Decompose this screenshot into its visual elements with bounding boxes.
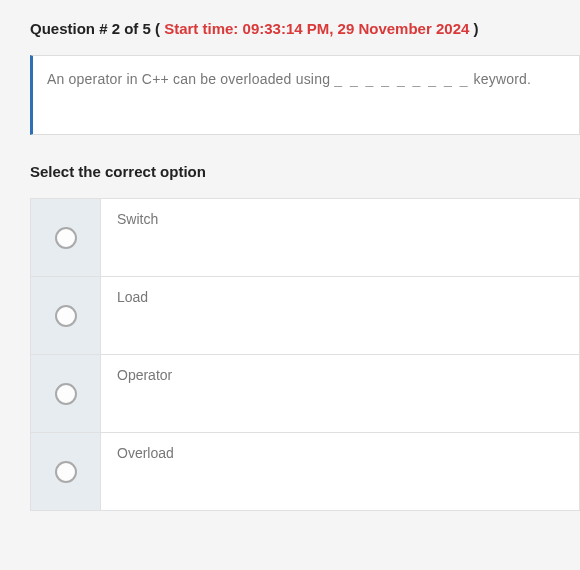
- radio-icon: [55, 227, 77, 249]
- question-box: An operator in C++ can be overloaded usi…: [30, 55, 580, 135]
- question-number: Question # 2 of 5 (: [30, 20, 164, 37]
- radio-icon: [55, 383, 77, 405]
- header-suffix: ): [469, 20, 478, 37]
- radio-cell[interactable]: [31, 199, 101, 276]
- radio-cell[interactable]: [31, 433, 101, 510]
- options-list: Switch Load Operator Overload: [30, 198, 580, 511]
- question-text-before: An operator in C++ can be overloaded usi…: [47, 71, 334, 87]
- question-text-after: keyword.: [469, 71, 531, 87]
- option-label: Overload: [101, 433, 579, 510]
- radio-cell[interactable]: [31, 355, 101, 432]
- radio-icon: [55, 305, 77, 327]
- option-label: Switch: [101, 199, 579, 276]
- option-row[interactable]: Overload: [30, 433, 580, 511]
- option-label: Load: [101, 277, 579, 354]
- radio-cell[interactable]: [31, 277, 101, 354]
- select-correct-option-label: Select the correct option: [30, 163, 580, 180]
- start-time: Start time: 09:33:14 PM, 29 November 202…: [164, 20, 469, 37]
- option-label: Operator: [101, 355, 579, 432]
- question-blank: _ _ _ _ _ _ _ _ _: [334, 71, 469, 87]
- option-row[interactable]: Switch: [30, 199, 580, 277]
- radio-icon: [55, 461, 77, 483]
- question-header: Question # 2 of 5 ( Start time: 09:33:14…: [30, 20, 580, 37]
- option-row[interactable]: Load: [30, 277, 580, 355]
- option-row[interactable]: Operator: [30, 355, 580, 433]
